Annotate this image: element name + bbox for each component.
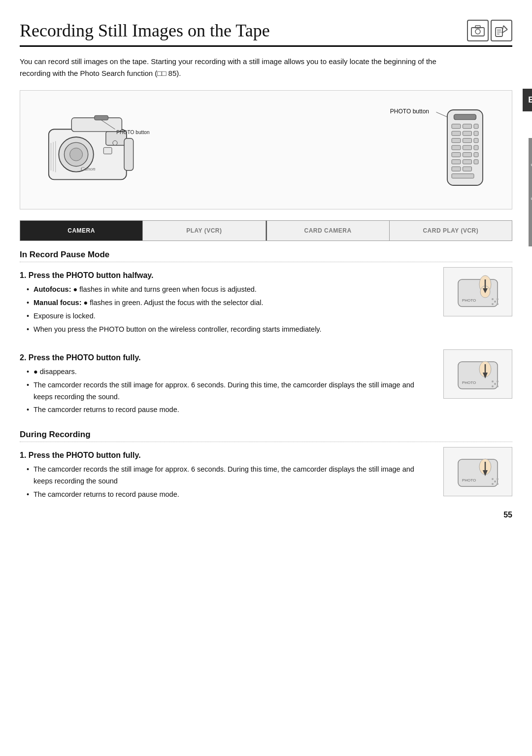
side-label: Using the Full Range of Features: [529, 138, 532, 246]
svg-point-56: [492, 298, 494, 300]
svg-point-66: [492, 380, 494, 382]
svg-rect-19: [124, 138, 133, 171]
during-recording-step1-image: PHOTO: [443, 447, 512, 496]
bullet-item: The camcorder records the still image fo…: [27, 464, 433, 487]
during-recording-step1-bullets: The camcorder records the still image fo…: [20, 464, 433, 501]
bullet-item: The camcorder returns to record pause mo…: [27, 489, 433, 501]
svg-rect-2: [475, 26, 480, 28]
svg-rect-39: [474, 145, 478, 150]
svg-text:PHOTO button: PHOTO button: [116, 130, 150, 135]
bullet-item: The camcorder records the still image fo…: [27, 379, 433, 403]
svg-rect-41: [463, 152, 472, 157]
svg-text:PHOTO: PHOTO: [462, 478, 476, 482]
svg-rect-28: [452, 124, 461, 129]
remote-pen-icon: [491, 20, 512, 41]
record-pause-step1-content: 1. Press the PHOTO button halfway. Autof…: [20, 267, 433, 341]
svg-line-49: [436, 112, 448, 117]
photo-button-remote-label: PHOTO button: [390, 108, 429, 115]
svg-rect-38: [463, 145, 472, 150]
svg-point-76: [492, 478, 494, 480]
svg-point-25: [113, 140, 117, 145]
step3-thumb: PHOTO: [443, 447, 512, 496]
svg-rect-33: [474, 131, 478, 136]
page-number: 55: [503, 511, 512, 519]
svg-rect-29: [463, 124, 472, 129]
svg-rect-47: [463, 167, 472, 171]
during-recording-step1-content: 1. Press the PHOTO button fully. The cam…: [20, 447, 433, 506]
bullet-item: When you press the PHOTO button on the w…: [27, 324, 433, 336]
svg-rect-48: [452, 174, 474, 178]
mode-card-play-vcr[interactable]: CARD PLAY (VCR): [390, 221, 512, 241]
record-pause-step1-bullets: Autofocus: ● flashes in white and turns …: [20, 284, 433, 336]
svg-point-59: [492, 303, 494, 305]
mode-card-camera[interactable]: CARD CAMERA: [267, 221, 390, 241]
svg-rect-43: [452, 160, 461, 164]
svg-point-67: [494, 383, 496, 385]
svg-rect-32: [463, 131, 472, 136]
e-tab: E: [523, 89, 532, 111]
during-recording-section-title: During Recording: [20, 430, 512, 440]
svg-rect-46: [452, 167, 461, 171]
record-pause-section-title: In Record Pause Mode: [20, 250, 512, 260]
record-pause-step2-title: 2. Press the PHOTO button fully.: [20, 353, 433, 362]
svg-point-68: [497, 380, 499, 382]
svg-rect-36: [474, 138, 478, 143]
svg-rect-37: [452, 145, 461, 150]
svg-rect-24: [103, 147, 112, 154]
during-recording-divider: [20, 442, 512, 442]
step1-thumb: PHOTO: [443, 267, 512, 316]
svg-point-70: [497, 385, 499, 387]
bullet-item: Exposure is locked.: [27, 310, 433, 322]
svg-point-77: [494, 481, 496, 482]
bullet-item: The camcorder returns to record pause mo…: [27, 404, 433, 416]
intro-paragraph: You can record still images on the tape.…: [20, 56, 443, 79]
mode-play-vcr[interactable]: PLAY (VCR): [143, 221, 266, 241]
record-pause-step1-row: 1. Press the PHOTO button halfway. Autof…: [20, 267, 512, 341]
svg-text:Canon: Canon: [81, 166, 96, 172]
svg-rect-16: [95, 115, 108, 120]
svg-point-80: [497, 483, 499, 485]
svg-rect-42: [474, 152, 478, 157]
svg-line-7: [503, 26, 507, 30]
bullet-item: ● disappears.: [27, 366, 433, 378]
remote-diagram: PHOTO button: [390, 105, 497, 194]
page-title: Recording Still Images on the Tape: [20, 20, 512, 47]
svg-text:PHOTO: PHOTO: [462, 298, 476, 303]
svg-point-13: [70, 148, 83, 161]
svg-text:PHOTO: PHOTO: [462, 380, 476, 385]
camera-diagram: PHOTO button Canon: [35, 101, 163, 199]
svg-rect-30: [474, 124, 478, 129]
diagram-box: PHOTO button Canon PHOTO button: [20, 90, 512, 209]
svg-point-69: [492, 385, 494, 387]
mode-bar: CAMERA PLAY (VCR) CARD CAMERA CARD PLAY …: [20, 220, 512, 241]
svg-rect-44: [463, 160, 472, 164]
svg-rect-45: [474, 160, 478, 164]
svg-point-60: [497, 303, 499, 305]
svg-rect-40: [452, 152, 461, 157]
svg-point-57: [494, 301, 496, 303]
svg-point-1: [475, 29, 480, 34]
record-pause-step2-content: 2. Press the PHOTO button fully. ● disap…: [20, 349, 433, 421]
record-pause-step2-row: 2. Press the PHOTO button fully. ● disap…: [20, 349, 512, 421]
record-pause-step1-image: PHOTO: [443, 267, 512, 316]
title-icons: [467, 20, 512, 41]
record-pause-step1-title: 1. Press the PHOTO button halfway.: [20, 271, 433, 280]
bullet-item: Autofocus: ● flashes in white and turns …: [27, 284, 433, 296]
camera-icon: [467, 20, 489, 41]
svg-point-58: [497, 298, 499, 300]
record-pause-step2-bullets: ● disappears. The camcorder records the …: [20, 366, 433, 416]
step2-thumb: PHOTO: [443, 349, 512, 399]
record-pause-step2-image: PHOTO: [443, 349, 512, 399]
svg-rect-35: [463, 138, 472, 143]
during-recording-step1-title: 1. Press the PHOTO button fully.: [20, 451, 433, 460]
svg-rect-34: [452, 138, 461, 143]
bullet-item: Manual focus: ● flashes in green. Adjust…: [27, 297, 433, 309]
svg-rect-31: [452, 131, 461, 136]
svg-point-79: [492, 483, 494, 485]
during-recording-step1-row: 1. Press the PHOTO button fully. The cam…: [20, 447, 512, 506]
mode-camera[interactable]: CAMERA: [20, 221, 143, 241]
svg-point-78: [497, 478, 499, 480]
svg-rect-27: [454, 114, 476, 120]
record-pause-divider: [20, 262, 512, 262]
